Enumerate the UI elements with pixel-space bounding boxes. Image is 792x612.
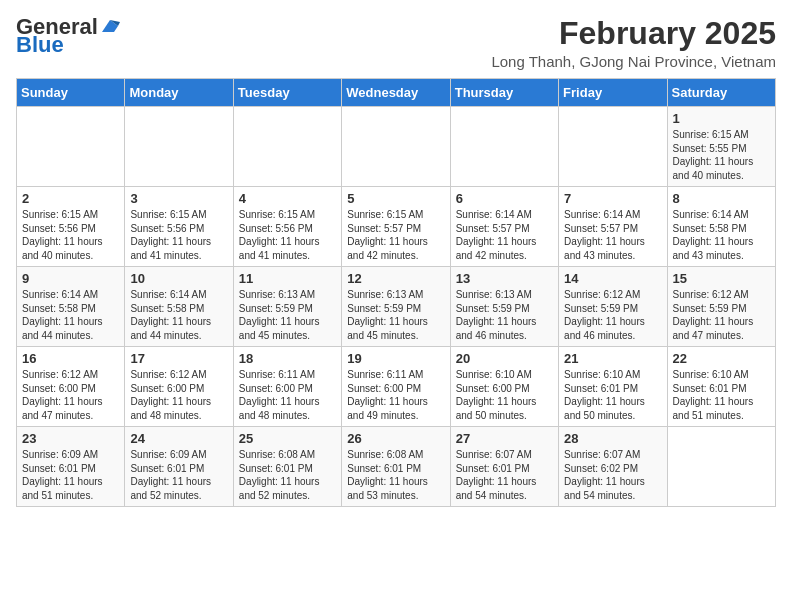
day-info: Sunrise: 6:07 AM Sunset: 6:01 PM Dayligh… — [456, 448, 553, 502]
month-year: February 2025 — [491, 16, 776, 51]
day-number: 15 — [673, 271, 770, 286]
day-number: 11 — [239, 271, 336, 286]
calendar-week-row: 16Sunrise: 6:12 AM Sunset: 6:00 PM Dayli… — [17, 347, 776, 427]
weekday-header: Tuesday — [233, 79, 341, 107]
day-info: Sunrise: 6:09 AM Sunset: 6:01 PM Dayligh… — [22, 448, 119, 502]
day-number: 2 — [22, 191, 119, 206]
day-info: Sunrise: 6:09 AM Sunset: 6:01 PM Dayligh… — [130, 448, 227, 502]
weekday-header: Friday — [559, 79, 667, 107]
day-number: 23 — [22, 431, 119, 446]
calendar-cell: 7Sunrise: 6:14 AM Sunset: 5:57 PM Daylig… — [559, 187, 667, 267]
day-number: 19 — [347, 351, 444, 366]
day-info: Sunrise: 6:14 AM Sunset: 5:57 PM Dayligh… — [564, 208, 661, 262]
calendar-table: SundayMondayTuesdayWednesdayThursdayFrid… — [16, 78, 776, 507]
day-info: Sunrise: 6:13 AM Sunset: 5:59 PM Dayligh… — [347, 288, 444, 342]
calendar-cell: 18Sunrise: 6:11 AM Sunset: 6:00 PM Dayli… — [233, 347, 341, 427]
day-number: 13 — [456, 271, 553, 286]
weekday-header: Thursday — [450, 79, 558, 107]
day-info: Sunrise: 6:11 AM Sunset: 6:00 PM Dayligh… — [239, 368, 336, 422]
calendar-cell: 24Sunrise: 6:09 AM Sunset: 6:01 PM Dayli… — [125, 427, 233, 507]
calendar-cell: 27Sunrise: 6:07 AM Sunset: 6:01 PM Dayli… — [450, 427, 558, 507]
day-info: Sunrise: 6:12 AM Sunset: 5:59 PM Dayligh… — [673, 288, 770, 342]
day-info: Sunrise: 6:12 AM Sunset: 6:00 PM Dayligh… — [22, 368, 119, 422]
calendar-cell: 14Sunrise: 6:12 AM Sunset: 5:59 PM Dayli… — [559, 267, 667, 347]
calendar-week-row: 9Sunrise: 6:14 AM Sunset: 5:58 PM Daylig… — [17, 267, 776, 347]
weekday-header: Monday — [125, 79, 233, 107]
calendar-cell: 17Sunrise: 6:12 AM Sunset: 6:00 PM Dayli… — [125, 347, 233, 427]
day-info: Sunrise: 6:13 AM Sunset: 5:59 PM Dayligh… — [456, 288, 553, 342]
day-number: 7 — [564, 191, 661, 206]
day-number: 6 — [456, 191, 553, 206]
day-number: 8 — [673, 191, 770, 206]
day-info: Sunrise: 6:12 AM Sunset: 5:59 PM Dayligh… — [564, 288, 661, 342]
calendar-cell — [667, 427, 775, 507]
calendar-cell — [125, 107, 233, 187]
day-number: 26 — [347, 431, 444, 446]
day-number: 27 — [456, 431, 553, 446]
calendar-cell: 12Sunrise: 6:13 AM Sunset: 5:59 PM Dayli… — [342, 267, 450, 347]
day-info: Sunrise: 6:15 AM Sunset: 5:57 PM Dayligh… — [347, 208, 444, 262]
weekday-header: Sunday — [17, 79, 125, 107]
day-info: Sunrise: 6:14 AM Sunset: 5:58 PM Dayligh… — [673, 208, 770, 262]
calendar-cell — [233, 107, 341, 187]
calendar-cell: 5Sunrise: 6:15 AM Sunset: 5:57 PM Daylig… — [342, 187, 450, 267]
day-number: 22 — [673, 351, 770, 366]
page-header: General Blue February 2025 Long Thanh, G… — [16, 16, 776, 70]
day-number: 21 — [564, 351, 661, 366]
calendar-cell — [342, 107, 450, 187]
day-number: 5 — [347, 191, 444, 206]
day-info: Sunrise: 6:10 AM Sunset: 6:01 PM Dayligh… — [564, 368, 661, 422]
day-number: 24 — [130, 431, 227, 446]
day-info: Sunrise: 6:15 AM Sunset: 5:56 PM Dayligh… — [239, 208, 336, 262]
day-number: 4 — [239, 191, 336, 206]
day-number: 3 — [130, 191, 227, 206]
day-info: Sunrise: 6:13 AM Sunset: 5:59 PM Dayligh… — [239, 288, 336, 342]
calendar-week-row: 1Sunrise: 6:15 AM Sunset: 5:55 PM Daylig… — [17, 107, 776, 187]
calendar-cell: 22Sunrise: 6:10 AM Sunset: 6:01 PM Dayli… — [667, 347, 775, 427]
calendar-cell: 19Sunrise: 6:11 AM Sunset: 6:00 PM Dayli… — [342, 347, 450, 427]
day-info: Sunrise: 6:14 AM Sunset: 5:58 PM Dayligh… — [22, 288, 119, 342]
calendar-cell — [17, 107, 125, 187]
logo-blue: Blue — [16, 34, 64, 56]
calendar-week-row: 2Sunrise: 6:15 AM Sunset: 5:56 PM Daylig… — [17, 187, 776, 267]
day-info: Sunrise: 6:15 AM Sunset: 5:55 PM Dayligh… — [673, 128, 770, 182]
day-number: 28 — [564, 431, 661, 446]
calendar-week-row: 23Sunrise: 6:09 AM Sunset: 6:01 PM Dayli… — [17, 427, 776, 507]
calendar-cell — [559, 107, 667, 187]
calendar-cell: 16Sunrise: 6:12 AM Sunset: 6:00 PM Dayli… — [17, 347, 125, 427]
calendar-cell: 8Sunrise: 6:14 AM Sunset: 5:58 PM Daylig… — [667, 187, 775, 267]
calendar-cell: 23Sunrise: 6:09 AM Sunset: 6:01 PM Dayli… — [17, 427, 125, 507]
day-number: 25 — [239, 431, 336, 446]
calendar-header-row: SundayMondayTuesdayWednesdayThursdayFrid… — [17, 79, 776, 107]
day-number: 16 — [22, 351, 119, 366]
logo: General Blue — [16, 16, 120, 56]
day-info: Sunrise: 6:14 AM Sunset: 5:57 PM Dayligh… — [456, 208, 553, 262]
day-number: 20 — [456, 351, 553, 366]
day-info: Sunrise: 6:08 AM Sunset: 6:01 PM Dayligh… — [347, 448, 444, 502]
calendar-cell: 26Sunrise: 6:08 AM Sunset: 6:01 PM Dayli… — [342, 427, 450, 507]
day-number: 17 — [130, 351, 227, 366]
weekday-header: Saturday — [667, 79, 775, 107]
day-info: Sunrise: 6:12 AM Sunset: 6:00 PM Dayligh… — [130, 368, 227, 422]
title-block: February 2025 Long Thanh, GJong Nai Prov… — [491, 16, 776, 70]
calendar-cell: 1Sunrise: 6:15 AM Sunset: 5:55 PM Daylig… — [667, 107, 775, 187]
day-number: 14 — [564, 271, 661, 286]
calendar-cell: 3Sunrise: 6:15 AM Sunset: 5:56 PM Daylig… — [125, 187, 233, 267]
logo-icon — [100, 18, 120, 34]
day-info: Sunrise: 6:07 AM Sunset: 6:02 PM Dayligh… — [564, 448, 661, 502]
day-number: 12 — [347, 271, 444, 286]
day-info: Sunrise: 6:10 AM Sunset: 6:00 PM Dayligh… — [456, 368, 553, 422]
day-info: Sunrise: 6:10 AM Sunset: 6:01 PM Dayligh… — [673, 368, 770, 422]
day-info: Sunrise: 6:15 AM Sunset: 5:56 PM Dayligh… — [130, 208, 227, 262]
calendar-cell: 11Sunrise: 6:13 AM Sunset: 5:59 PM Dayli… — [233, 267, 341, 347]
calendar-cell: 15Sunrise: 6:12 AM Sunset: 5:59 PM Dayli… — [667, 267, 775, 347]
calendar-cell: 28Sunrise: 6:07 AM Sunset: 6:02 PM Dayli… — [559, 427, 667, 507]
calendar-cell: 20Sunrise: 6:10 AM Sunset: 6:00 PM Dayli… — [450, 347, 558, 427]
calendar-cell: 13Sunrise: 6:13 AM Sunset: 5:59 PM Dayli… — [450, 267, 558, 347]
calendar-cell: 21Sunrise: 6:10 AM Sunset: 6:01 PM Dayli… — [559, 347, 667, 427]
day-number: 10 — [130, 271, 227, 286]
weekday-header: Wednesday — [342, 79, 450, 107]
calendar-cell: 25Sunrise: 6:08 AM Sunset: 6:01 PM Dayli… — [233, 427, 341, 507]
calendar-cell: 9Sunrise: 6:14 AM Sunset: 5:58 PM Daylig… — [17, 267, 125, 347]
day-info: Sunrise: 6:11 AM Sunset: 6:00 PM Dayligh… — [347, 368, 444, 422]
